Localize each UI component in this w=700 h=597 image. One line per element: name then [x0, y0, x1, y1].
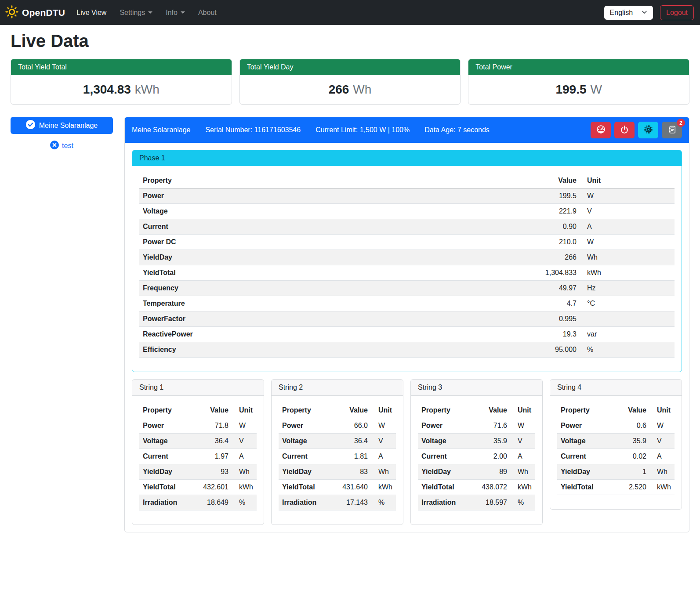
power-settings-button[interactable]	[614, 122, 635, 138]
property-cell: PowerFactor	[139, 311, 527, 327]
table-row: YieldTotal2.520kWh	[557, 480, 675, 495]
property-cell: Power	[139, 188, 527, 204]
value-cell: 71.6	[473, 418, 511, 434]
table-row: YieldTotal431.640kWh	[279, 480, 396, 495]
inverter-data-age: Data Age: 7 seconds	[424, 126, 490, 134]
property-cell: Power DC	[139, 235, 527, 250]
unit-cell: Hz	[580, 281, 675, 296]
table-row: ReactivePower19.3var	[139, 327, 675, 342]
column-header-property: Property	[418, 403, 473, 418]
total-yield-day-card: Total Yield Day 266Wh	[239, 59, 461, 105]
column-header-value: Value	[473, 403, 511, 418]
unit-cell: kWh	[371, 480, 396, 495]
value-cell: 1.97	[195, 449, 232, 464]
table-row: YieldDay93Wh	[139, 464, 257, 480]
value-cell: 221.9	[527, 204, 580, 219]
table-row: Irradiation18.649%	[139, 495, 257, 510]
property-cell: YieldDay	[557, 464, 613, 480]
inverter-sidebar: Meine Solaranlage test	[11, 117, 113, 151]
nav-item-about[interactable]: About	[198, 9, 217, 17]
string-2-table: PropertyValueUnitPower66.0WVoltage36.4VC…	[279, 403, 396, 510]
table-row: Voltage35.9V	[557, 434, 675, 449]
table-row: Current1.97A	[139, 449, 257, 464]
column-header-property: Property	[139, 403, 195, 418]
unit-cell: A	[371, 449, 396, 464]
string-4-table: PropertyValueUnitPower0.6WVoltage35.9VCu…	[557, 403, 675, 495]
unit-cell: W	[580, 235, 675, 250]
value-cell: 36.4	[195, 434, 232, 449]
event-count-badge: 2	[677, 119, 685, 127]
table-row: Power71.6W	[418, 418, 535, 434]
unit-cell: A	[650, 449, 675, 464]
unit-cell: V	[580, 204, 675, 219]
value-cell: 432.601	[195, 480, 232, 495]
table-row: Irradiation17.143%	[279, 495, 396, 510]
language-select[interactable]: English	[604, 6, 653, 20]
property-cell: Irradiation	[139, 495, 195, 510]
phase-1-title: Phase 1	[132, 150, 682, 166]
property-cell: YieldTotal	[139, 480, 195, 495]
value-cell: 18.597	[473, 495, 511, 510]
column-header-unit: Unit	[580, 173, 675, 188]
nav-item-settings[interactable]: Settings	[120, 9, 152, 17]
value-cell: 2.520	[613, 480, 650, 495]
brand[interactable]: OpenDTU	[5, 5, 65, 20]
property-cell: Irradiation	[418, 495, 473, 510]
string-3-panel: String 3 PropertyValueUnitPower71.6WVolt…	[410, 379, 543, 525]
unit-cell: °C	[580, 296, 675, 311]
value-cell: 438.072	[473, 480, 511, 495]
event-log-button[interactable]: 2	[662, 122, 682, 138]
property-cell: Power	[557, 418, 613, 434]
property-cell: Voltage	[279, 434, 334, 449]
unit-cell: Wh	[580, 250, 675, 265]
sidebar-item-test[interactable]: test	[11, 141, 113, 151]
table-row: Power66.0W	[279, 418, 396, 434]
column-header-unit: Unit	[371, 403, 396, 418]
unit-cell: A	[580, 219, 675, 235]
unit-cell: %	[511, 495, 535, 510]
column-header-value: Value	[613, 403, 650, 418]
unit-cell: W	[580, 188, 675, 204]
property-cell: Power	[279, 418, 334, 434]
sidebar-item-meine-solaranlage[interactable]: Meine Solaranlage	[11, 117, 113, 134]
total-yield-day-unit: Wh	[353, 83, 371, 96]
device-info-button[interactable]	[638, 122, 658, 138]
value-cell: 93	[195, 464, 232, 480]
table-row: PowerFactor0.995	[139, 311, 675, 327]
table-row: YieldDay266Wh	[139, 250, 675, 265]
unit-cell: W	[511, 418, 535, 434]
unit-cell: Wh	[650, 464, 675, 480]
table-row: Voltage35.9V	[418, 434, 535, 449]
logout-button[interactable]: Logout	[660, 5, 694, 20]
unit-cell: V	[232, 434, 257, 449]
unit-cell: %	[232, 495, 257, 510]
summary-cards: Total Yield Total 1,304.83kWh Total Yiel…	[11, 59, 689, 105]
nav-item-info[interactable]: Info	[166, 9, 185, 17]
column-header-property: Property	[139, 173, 527, 188]
value-cell: 0.02	[613, 449, 650, 464]
table-row: Voltage221.9V	[139, 204, 675, 219]
unit-cell: var	[580, 327, 675, 342]
value-cell: 89	[473, 464, 511, 480]
unit-cell: A	[511, 449, 535, 464]
table-row: Power71.8W	[139, 418, 257, 434]
table-row: YieldTotal432.601kWh	[139, 480, 257, 495]
table-row: Irradiation18.597%	[418, 495, 535, 510]
unit-cell: W	[232, 418, 257, 434]
limit-settings-button[interactable]	[591, 122, 611, 138]
card-title: Total Power	[468, 59, 689, 75]
table-row: Current0.02A	[557, 449, 675, 464]
property-cell: Power	[418, 418, 473, 434]
chevron-down-icon	[642, 9, 647, 17]
property-cell: YieldTotal	[418, 480, 473, 495]
value-cell: 210.0	[527, 235, 580, 250]
property-cell: Current	[139, 219, 527, 235]
nav-item-live-view[interactable]: Live View	[76, 9, 106, 17]
nav-links: Live View Settings Info About	[76, 9, 217, 17]
cpu-icon	[644, 125, 653, 135]
property-cell: Voltage	[557, 434, 613, 449]
column-header-property: Property	[557, 403, 613, 418]
string-3-title: String 3	[411, 380, 542, 396]
navbar: OpenDTU Live View Settings Info About En…	[0, 0, 700, 25]
property-cell: Voltage	[139, 434, 195, 449]
